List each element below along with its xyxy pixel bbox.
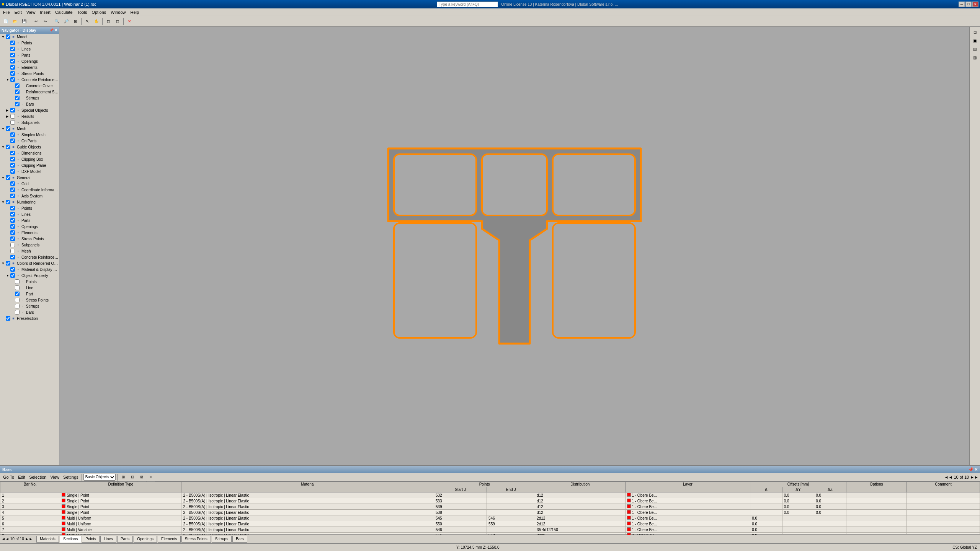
close-button[interactable]: ✕ [972,2,978,7]
settings-button[interactable]: Settings [62,475,80,479]
tree-item-44[interactable]: ·Stirrups [0,303,59,309]
tree-arrow-27[interactable]: ▼ [2,201,5,204]
tab-parts[interactable]: Parts [117,536,133,543]
tree-check-40[interactable] [15,279,20,284]
tree-arrow-0[interactable]: ▼ [2,35,5,39]
render-button[interactable]: ◻ [104,17,113,26]
bottom-panel-close-button[interactable]: ✕ [974,467,978,472]
tree-item-25[interactable]: ▪Coordinate Information on Cursor [0,187,59,193]
tree-check-35[interactable] [10,249,15,253]
tree-arrow-18[interactable]: ▼ [2,145,5,149]
tree-item-7[interactable]: ▼▪Concrete Reinforcement [0,77,59,83]
tree-item-12[interactable]: ▶▪Special Objects [0,107,59,113]
tree-check-11[interactable] [15,102,20,106]
tree-check-2[interactable] [10,47,15,51]
tree-item-4[interactable]: ▪Openings [0,58,59,64]
tree-check-3[interactable] [10,53,15,57]
table-row[interactable]: 3 Single | Point 2 - B500S(A) | Isotropi… [0,504,980,510]
tree-item-36[interactable]: ▪Concrete Reinforcement [0,254,59,260]
tree-arrow-7[interactable]: ▼ [6,78,10,82]
tree-item-31[interactable]: ▪Openings [0,223,59,230]
tree-arrow-23[interactable]: ▼ [2,176,5,179]
view3d-button[interactable]: ⊡ [971,28,979,36]
tree-arrow-39[interactable]: ▼ [6,274,10,277]
stop-button[interactable]: ✕ [125,17,134,26]
menu-item-file[interactable]: File [1,9,12,15]
table-btn-4[interactable]: ≡ [147,473,155,481]
tree-item-33[interactable]: ▪Stress Points [0,236,59,242]
tree-item-10[interactable]: ·Stirrups [0,95,59,101]
tree-check-14[interactable] [10,120,15,125]
tree-check-30[interactable] [10,218,15,223]
tree-check-44[interactable] [15,304,20,308]
tree-check-26[interactable] [10,194,15,198]
tree-check-22[interactable] [10,169,15,174]
tree-check-43[interactable] [15,298,20,302]
tree-check-23[interactable] [6,175,10,180]
tree-item-2[interactable]: ▪Lines [0,46,59,52]
tree-item-46[interactable]: ■Preselection [0,315,59,321]
goto-button[interactable]: Go To [2,475,16,479]
tree-check-13[interactable] [10,114,15,119]
tree-check-42[interactable] [15,292,20,296]
tree-item-26[interactable]: ▪Axis System [0,193,59,199]
tab-points[interactable]: Points [82,536,100,543]
save-button[interactable]: 💾 [20,17,28,26]
table-btn-1[interactable]: ⊞ [119,473,127,481]
menu-item-window[interactable]: Window [108,9,128,15]
menu-item-view[interactable]: View [24,9,38,15]
basic-objects-select[interactable]: Basic Objects [83,474,116,481]
keyword-search-input[interactable] [437,2,498,7]
table-btn-2[interactable]: ⊟ [128,473,137,481]
tree-item-20[interactable]: ▪Clipping Box [0,156,59,162]
table-row[interactable]: 5 Multi | Uniform 2 - B500S(A) | Isotrop… [0,515,980,521]
tree-item-29[interactable]: ▪Lines [0,211,59,217]
tree-item-37[interactable]: ▼■Colors of Rendered Objects by [0,260,59,266]
tree-check-20[interactable] [10,157,15,161]
tree-item-9[interactable]: ·Reinforcement Snap Points [0,89,59,95]
wire-button[interactable]: ◻ [113,17,122,26]
tree-arrow-12[interactable]: ▶ [6,109,10,112]
zoom-all-button[interactable]: ⊞ [71,17,80,26]
tree-check-5[interactable] [10,65,15,70]
tree-item-23[interactable]: ▼■General [0,174,59,181]
tab-elements[interactable]: Elements [158,536,181,543]
tree-check-38[interactable] [10,267,15,272]
menu-item-edit[interactable]: Edit [12,9,24,15]
move-button[interactable]: ✋ [92,17,101,26]
tree-arrow-13[interactable]: ▶ [6,115,10,118]
tree-item-16[interactable]: ▪Simplex Mesh [0,132,59,138]
tree-check-15[interactable] [6,126,10,131]
menu-item-help[interactable]: Help [128,9,141,15]
open-button[interactable]: 📂 [11,17,19,26]
canvas-area[interactable]: ⊡ ▣ ▤ ▥ [59,27,980,465]
navigator-pin-button[interactable]: 📌 [49,28,54,32]
minimize-button[interactable]: ─ [959,2,965,7]
tree-item-14[interactable]: ▪Subpanels [0,119,59,126]
menu-item-insert[interactable]: Insert [38,9,53,15]
selection-button[interactable]: Selection [28,475,48,479]
tree-item-42[interactable]: ·Part [0,291,59,297]
tree-item-30[interactable]: ▪Parts [0,217,59,223]
tree-item-3[interactable]: ▪Parts [0,52,59,58]
tree-check-41[interactable] [15,285,20,290]
tree-item-17[interactable]: ▪On Parts [0,138,59,144]
tree-check-7[interactable] [10,77,15,82]
tree-check-28[interactable] [10,206,15,210]
tree-check-27[interactable] [6,200,10,204]
tree-check-21[interactable] [10,163,15,168]
front-view-button[interactable]: ▣ [971,37,979,44]
tree-item-13[interactable]: ▶▪Results [0,113,59,119]
table-btn-3[interactable]: ⊠ [137,473,146,481]
tree-check-33[interactable] [10,236,15,241]
tree-check-45[interactable] [15,310,20,315]
navigator-close-button[interactable]: ✕ [54,28,57,32]
top-view-button[interactable]: ▤ [971,45,979,53]
tree-item-32[interactable]: ▪Elements [0,230,59,236]
tab-lines[interactable]: Lines [100,536,116,543]
tree-check-34[interactable] [10,243,15,247]
tree-check-0[interactable] [6,34,10,39]
tree-item-22[interactable]: ▪DXF Model [0,168,59,174]
edit-button[interactable]: Edit [16,475,27,479]
tree-check-18[interactable] [6,145,10,149]
